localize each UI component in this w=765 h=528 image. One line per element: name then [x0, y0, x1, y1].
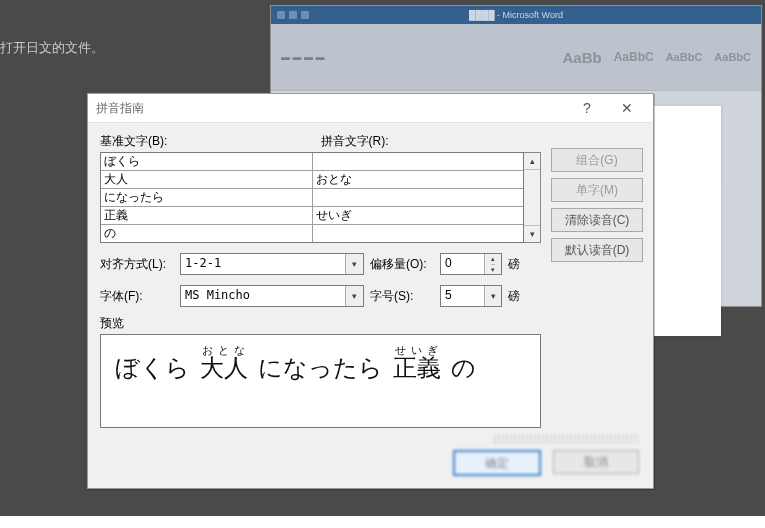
default-reading-button[interactable]: 默认读音(D) [551, 238, 643, 262]
preview-ruby: 正義せいぎ [393, 345, 441, 384]
base-cell[interactable]: の [101, 225, 312, 242]
preview-ruby: 大人おとな [200, 345, 248, 384]
dialog-titlebar: 拼音指南 ? ✕ [88, 94, 653, 123]
scroll-down-icon[interactable]: ▾ [524, 225, 540, 242]
alignment-combo[interactable]: 1-2-1 ▾ [180, 253, 364, 275]
preview-text: ぼくら [115, 352, 190, 384]
base-cell[interactable]: 正義 [101, 207, 312, 224]
preview-pane: ぼくら大人おとなになったら正義せいぎの [100, 334, 541, 428]
size-label: 字号(S): [370, 288, 434, 305]
ruby-cell[interactable]: せいぎ [312, 207, 524, 224]
font-combo[interactable]: MS Mincho ▾ [180, 285, 364, 307]
preview-text: の [451, 352, 476, 384]
offset-unit: 磅 [508, 256, 524, 273]
alignment-label: 对齐方式(L): [100, 256, 174, 273]
grid-scrollbar[interactable]: ▴ ▾ [524, 152, 541, 243]
size-combo[interactable]: 5 ▾ [440, 285, 502, 307]
cancel-button[interactable]: 取消 [553, 450, 639, 474]
dialog-footer: 确定 取消 [88, 440, 653, 488]
help-button[interactable]: ? [567, 96, 607, 120]
background-text: 打开日文的文件。 [0, 39, 104, 57]
base-cell[interactable]: になったら [101, 189, 312, 206]
chevron-down-icon: ▾ [345, 286, 363, 306]
phonetic-guide-dialog: 拼音指南 ? ✕ 基准文字(B): 拼音文字(R): ぼくら 大人おとな になっ… [87, 93, 654, 489]
chevron-down-icon: ▾ [491, 291, 496, 301]
ruby-cell[interactable] [312, 153, 524, 170]
clear-reading-button[interactable]: 清除读音(C) [551, 208, 643, 232]
size-unit: 磅 [508, 288, 524, 305]
scroll-stub [494, 434, 639, 444]
ruby-grid: ぼくら 大人おとな になったら 正義せいぎ の ▴ ▾ [100, 152, 541, 243]
dialog-title: 拼音指南 [96, 100, 567, 117]
ruby-cell[interactable] [312, 189, 524, 206]
preview-label: 预览 [100, 315, 541, 332]
chevron-down-icon: ▾ [345, 254, 363, 274]
base-text-header: 基准文字(B): [100, 133, 321, 150]
base-cell[interactable]: ぼくら [101, 153, 312, 170]
spin-up-icon[interactable]: ▴ [491, 254, 495, 264]
offset-label: 偏移量(O): [370, 256, 434, 273]
ruby-cell[interactable]: おとな [312, 171, 524, 188]
offset-spinner[interactable]: 0 ▴▾ [440, 253, 502, 275]
spin-down-icon[interactable]: ▾ [491, 264, 495, 275]
ruby-text-header: 拼音文字(R): [321, 133, 542, 150]
single-char-button[interactable]: 单字(M) [551, 178, 643, 202]
page-bottom-strip [0, 516, 765, 528]
font-label: 字体(F): [100, 288, 174, 305]
base-cell[interactable]: 大人 [101, 171, 312, 188]
close-button[interactable]: ✕ [607, 96, 647, 120]
scroll-up-icon[interactable]: ▴ [524, 153, 540, 170]
combine-button[interactable]: 组合(G) [551, 148, 643, 172]
preview-text: になったら [258, 352, 383, 384]
ruby-cell[interactable] [312, 225, 524, 242]
ok-button[interactable]: 确定 [453, 450, 541, 476]
